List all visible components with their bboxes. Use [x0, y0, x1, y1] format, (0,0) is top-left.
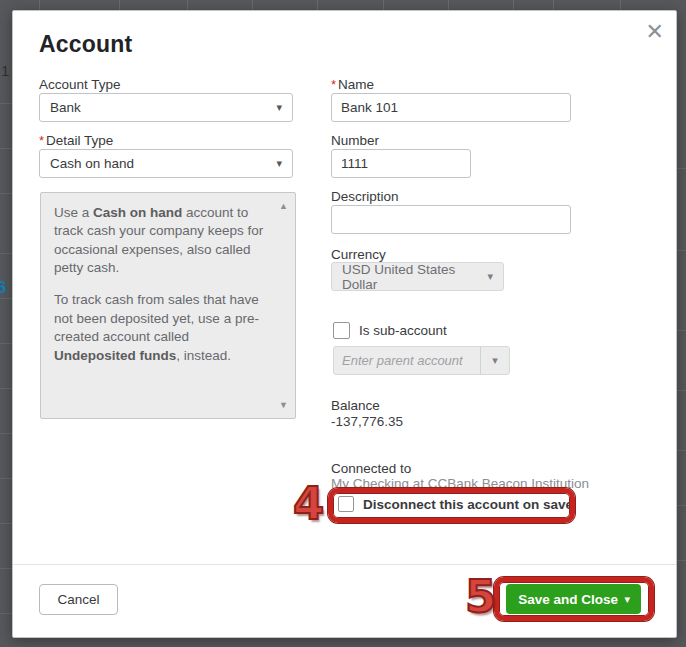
scroll-up-icon[interactable]: ▲: [279, 200, 288, 212]
page-title: Account: [39, 31, 132, 58]
cancel-button[interactable]: Cancel: [39, 584, 118, 615]
chevron-down-icon[interactable]: ▾: [480, 347, 509, 374]
currency-label: Currency: [331, 247, 386, 262]
chevron-down-icon: ▾: [487, 270, 493, 283]
detail-type-description-box: Use a Cash on hand account to track cash…: [40, 192, 296, 419]
account-type-label: Account Type: [39, 77, 121, 92]
name-input[interactable]: [331, 93, 571, 122]
is-sub-account-checkbox[interactable]: [333, 322, 350, 339]
required-asterisk: *: [39, 133, 44, 148]
footer-divider: [13, 564, 676, 565]
screen-background: 1 6 Account ✕ Account Type Bank ▾ *Detai…: [0, 0, 686, 647]
scroll-down-icon[interactable]: ▼: [279, 399, 288, 411]
disconnect-checkbox[interactable]: [338, 496, 354, 512]
chevron-down-icon: ▾: [276, 101, 282, 114]
currency-value: USD United States Dollar: [342, 262, 487, 292]
parent-account-input[interactable]: [334, 347, 480, 374]
description-label: Description: [331, 189, 399, 204]
detail-type-select[interactable]: Cash on hand ▾: [39, 149, 293, 178]
save-and-close-label: Save and Close: [506, 592, 624, 607]
is-sub-account-label: Is sub-account: [359, 323, 447, 338]
account-dialog: Account ✕ Account Type Bank ▾ *Detail Ty…: [12, 10, 677, 638]
close-icon[interactable]: ✕: [646, 21, 664, 43]
chevron-down-icon: ▾: [276, 157, 282, 170]
connected-account-name: My Checking at CCBank Beacon Institution: [331, 476, 589, 491]
name-label: *Name: [331, 77, 374, 92]
description-paragraph: To track cash from sales that have not b…: [54, 291, 267, 364]
sub-account-row: Is sub-account: [333, 322, 447, 339]
annotation-step4-number: 4: [293, 481, 324, 526]
balance-label: Balance: [331, 398, 380, 413]
detail-type-value: Cash on hand: [50, 156, 134, 171]
detail-type-label: *Detail Type: [39, 133, 113, 148]
backdrop-text-fragment: 6: [0, 278, 6, 298]
annotation-step5-number: 5: [465, 574, 496, 619]
disconnect-label: Disconnect this account on save: [363, 497, 573, 512]
account-type-value: Bank: [50, 100, 81, 115]
disconnect-row: Disconnect this account on save: [338, 496, 573, 512]
backdrop-text-fragment: 1: [1, 62, 9, 79]
parent-account-combo: ▾: [333, 346, 510, 375]
description-paragraph: Use a Cash on hand account to track cash…: [54, 204, 267, 277]
save-and-close-button[interactable]: Save and Close ▾: [506, 584, 641, 614]
balance-value: -137,776.35: [331, 414, 403, 429]
number-label: Number: [331, 133, 379, 148]
connected-to-label: Connected to: [331, 461, 411, 476]
number-input[interactable]: [331, 149, 471, 178]
chevron-down-icon[interactable]: ▾: [624, 593, 641, 606]
required-asterisk: *: [331, 77, 336, 92]
description-input[interactable]: [331, 205, 571, 234]
currency-select[interactable]: USD United States Dollar ▾: [331, 262, 504, 291]
account-type-select[interactable]: Bank ▾: [39, 93, 293, 122]
